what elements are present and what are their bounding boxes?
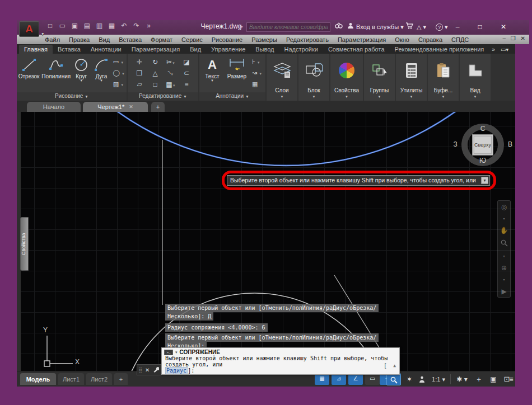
trim-icon[interactable]: ✂▼ bbox=[166, 58, 175, 66]
annotation-scale-button[interactable]: 1:1 ▾ bbox=[428, 373, 449, 385]
fillet-icon[interactable]: ◝▼ bbox=[168, 69, 174, 77]
navwheel-dropdown-icon[interactable]: ▾ bbox=[503, 216, 505, 222]
erase-icon[interactable]: ◪ bbox=[183, 58, 189, 66]
app-menu-button[interactable]: A▾ bbox=[19, 21, 39, 37]
command-close-icon[interactable]: ✕ bbox=[145, 367, 150, 373]
dimension-button[interactable]: Размер bbox=[223, 55, 250, 91]
stretch-icon[interactable]: ▱ bbox=[137, 81, 142, 88]
menu-parametric[interactable]: Параметризация bbox=[333, 36, 390, 43]
command-window-grip[interactable]: ⣿ ✕ bbox=[137, 364, 161, 375]
print-icon[interactable]: ▦ bbox=[108, 22, 116, 30]
ribbon-tab-home[interactable]: Главная bbox=[19, 45, 53, 54]
layout1-tab[interactable]: Лист1 bbox=[58, 373, 84, 385]
text-button[interactable]: A Текст ▼ bbox=[201, 55, 223, 91]
search-binoculars-icon[interactable] bbox=[335, 22, 343, 30]
qat-more-icon[interactable]: » bbox=[144, 22, 153, 30]
offset-icon[interactable]: ⊂ bbox=[184, 69, 189, 77]
circle-button[interactable]: Круг ▼ bbox=[71, 55, 91, 91]
save-as-icon[interactable]: ▤ bbox=[83, 22, 91, 30]
menu-file[interactable]: Файл bbox=[40, 36, 64, 43]
panel-layers[interactable]: Слои ▼ bbox=[267, 54, 297, 101]
signin-label[interactable]: Вход в службы ▾ bbox=[356, 23, 404, 31]
block-expand-icon[interactable]: ▼ bbox=[298, 95, 329, 101]
open-file-icon[interactable]: ▭ bbox=[58, 22, 67, 30]
viewcube-north[interactable]: С bbox=[479, 125, 487, 133]
plot-icon[interactable]: ▥ bbox=[95, 22, 104, 30]
search-flyout-icon[interactable]: ▶ bbox=[240, 24, 243, 29]
ribbon-tab-annotate[interactable]: Аннотации bbox=[86, 45, 127, 54]
multileader-icon[interactable]: ↝ bbox=[252, 69, 257, 76]
menu-help[interactable]: Справка bbox=[414, 36, 447, 43]
menu-service[interactable]: Сервис bbox=[177, 36, 207, 43]
properties-expand-icon[interactable]: ▼ bbox=[330, 95, 363, 101]
layers-expand-icon[interactable]: ▼ bbox=[267, 95, 297, 101]
ellipse-icon[interactable]: ◯ bbox=[113, 69, 120, 76]
customization-gear-icon[interactable]: ✱ ▾ bbox=[454, 373, 470, 385]
tooltip-options-icon[interactable]: ▾ bbox=[481, 177, 488, 184]
menu-modify[interactable]: Редактировать bbox=[282, 36, 333, 43]
viewcube-east[interactable]: В bbox=[506, 140, 514, 148]
panel-view[interactable]: Вид ▼ bbox=[460, 54, 491, 101]
explode-icon[interactable]: ≡ bbox=[184, 81, 188, 88]
undo-icon[interactable]: ↶ bbox=[120, 22, 128, 30]
scale-icon[interactable]: □ bbox=[153, 81, 157, 88]
command-window[interactable]: >_ ▾ СОПРЯЖЕНИЕ Выберите второй объект и… bbox=[161, 347, 400, 375]
showmotion-icon[interactable]: ▶ bbox=[501, 289, 506, 294]
ribbon-display-toggle-icon[interactable]: ▭▾ bbox=[498, 45, 511, 54]
panel-block[interactable]: Блок ▼ bbox=[298, 54, 329, 101]
navigation-bar[interactable]: ◎ ▾ ✋ ▾ ⊕ ▾ ▶ bbox=[497, 200, 511, 298]
crosshair-icon[interactable]: ＋ bbox=[473, 373, 485, 385]
close-button[interactable]: ✕ bbox=[493, 20, 514, 34]
groups-expand-icon[interactable]: ▼ bbox=[364, 95, 395, 101]
tab-close-icon[interactable]: ✕ bbox=[129, 104, 133, 110]
menu-draw[interactable]: Рисование bbox=[207, 36, 247, 43]
tab-overflow-icon[interactable]: » bbox=[489, 45, 498, 54]
ribbon-tab-parametric[interactable]: Параметризация bbox=[127, 45, 185, 54]
tab-drawing1[interactable]: Чертеж1* ✕ bbox=[83, 102, 148, 112]
panel-clipboard[interactable]: Буфе... ▼ bbox=[428, 54, 459, 101]
orbit-dropdown-icon[interactable]: ▾ bbox=[503, 277, 505, 282]
panel-label-edit[interactable]: Редактирование ▼ bbox=[128, 92, 198, 101]
new-layout-button[interactable]: + bbox=[114, 373, 128, 385]
text-dropdown-icon[interactable]: ▼ bbox=[211, 79, 214, 82]
menu-window[interactable]: Окно bbox=[390, 36, 414, 43]
redo-icon[interactable]: ↷ bbox=[132, 22, 141, 30]
user-icon[interactable] bbox=[347, 22, 354, 30]
view-expand-icon[interactable]: ▼ bbox=[460, 95, 491, 101]
zoom-tool-icon[interactable] bbox=[501, 239, 508, 247]
command-dropdown-icon[interactable]: ▾ bbox=[175, 350, 178, 355]
command-customize-wrench-icon[interactable] bbox=[153, 366, 159, 374]
tab-start[interactable]: Начало bbox=[27, 102, 81, 112]
panel-groups[interactable]: Группы ▼ bbox=[364, 54, 395, 101]
annoscale-person-icon[interactable] bbox=[417, 373, 427, 385]
cart-icon[interactable] bbox=[405, 22, 413, 30]
menu-format[interactable]: Формат bbox=[146, 36, 177, 43]
exchange-apps-icon[interactable]: △ ▾ bbox=[417, 23, 426, 31]
array-icon[interactable]: ▦▼ bbox=[166, 81, 175, 88]
panel-utilities[interactable]: Утилиты ▼ bbox=[396, 54, 427, 101]
menu-dimensions[interactable]: Размеры bbox=[247, 36, 282, 43]
hatch-icon[interactable]: ▨ bbox=[113, 81, 119, 87]
mdi-window-controls-icon[interactable]: – ❐ ✕ bbox=[503, 35, 527, 41]
viewcube-south[interactable]: Ю bbox=[479, 157, 487, 164]
polyline-button[interactable]: Полилиния bbox=[41, 55, 71, 91]
save-icon[interactable]: ▣ bbox=[71, 22, 79, 30]
command-scroll-up-icon[interactable]: ▲ bbox=[393, 363, 396, 368]
menu-insert[interactable]: Вставка bbox=[114, 36, 146, 43]
viewcube-top-face[interactable]: Сверху bbox=[472, 134, 493, 156]
clipboard-expand-icon[interactable]: ▼ bbox=[428, 95, 459, 101]
rectangle-icon[interactable]: ▭ bbox=[113, 58, 119, 65]
menu-spds[interactable]: СПДС bbox=[447, 36, 473, 43]
orbit-icon[interactable]: ⊕ bbox=[501, 265, 507, 271]
isolate-objects-icon[interactable]: ▣ bbox=[487, 373, 500, 385]
ribbon-tab-collaborate[interactable]: Совместная работа bbox=[323, 45, 390, 54]
menu-view[interactable]: Вид bbox=[94, 36, 114, 43]
annotation-visibility-icon[interactable]: ✶ bbox=[403, 373, 416, 385]
panel-label-annotate[interactable]: Аннотации ▼ bbox=[199, 92, 265, 101]
ribbon-tab-manage[interactable]: Управление bbox=[206, 45, 250, 54]
drawing-canvas[interactable]: Свойства Y X Выберите второй объект или … bbox=[17, 112, 515, 371]
ribbon-tab-output[interactable]: Вывод bbox=[250, 45, 279, 54]
move-icon[interactable]: ✛ bbox=[137, 58, 142, 66]
panel-properties[interactable]: Свойства ▼ bbox=[330, 54, 363, 101]
status-menu-icon[interactable]: ≡ bbox=[507, 373, 515, 385]
